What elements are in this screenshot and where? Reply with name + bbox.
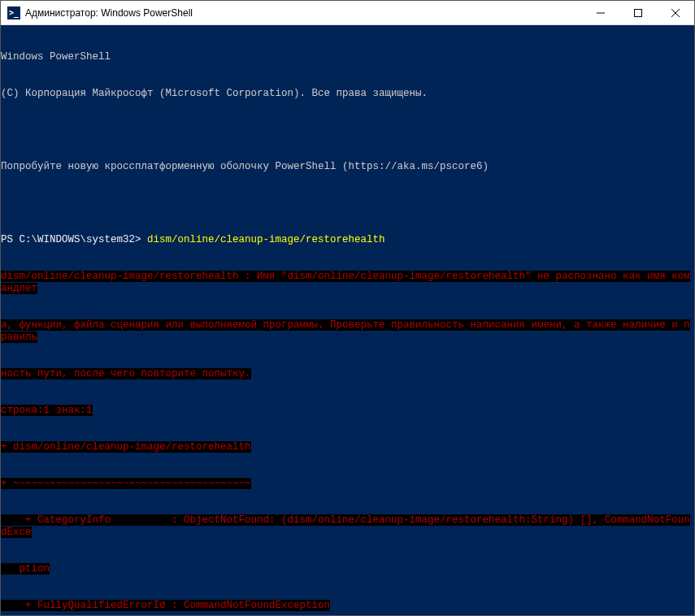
header-line-2: (C) Корпорация Майкрософт (Microsoft Cor… — [1, 88, 694, 100]
terminal-area[interactable]: Windows PowerShell (C) Корпорация Майкро… — [1, 25, 694, 615]
error-text: ность пути, после чего повторите попытку… — [1, 368, 251, 380]
try-new-shell-line: Попробуйте новую кроссплатформенную обол… — [1, 161, 694, 173]
error-text: + dism/online/cleanup-image/restorehealt… — [1, 441, 251, 453]
error-line: dism/online/cleanup-image/restorehealth … — [1, 271, 694, 295]
error-text: + FullyQualifiedErrorId : CommandNotFoun… — [1, 600, 330, 611]
error-text: строка:1 знак:1 — [1, 405, 93, 416]
blank-line — [1, 197, 694, 210]
header-line-1: Windows PowerShell — [1, 51, 694, 63]
minimize-button[interactable] — [582, 1, 619, 25]
powershell-window: >_ Администратор: Windows PowerShell Win… — [0, 0, 695, 616]
error-text: + ~~~~~~~~~~~~~~~~~~~~~~~~~~~~~~~~~~~~~~… — [1, 478, 251, 489]
svg-rect-1 — [635, 9, 642, 16]
prompt-prefix: PS C:\WINDOWS\system32> — [1, 234, 147, 245]
command-text: dism/online/cleanup-image/restorehealth — [147, 234, 385, 245]
prompt-line-1: PS C:\WINDOWS\system32> dism/online/clea… — [1, 234, 694, 246]
window-controls — [582, 1, 694, 25]
error-line: + ~~~~~~~~~~~~~~~~~~~~~~~~~~~~~~~~~~~~~~… — [1, 478, 694, 490]
close-button[interactable] — [657, 1, 694, 25]
window-title: Администратор: Windows PowerShell — [25, 7, 582, 19]
titlebar[interactable]: >_ Администратор: Windows PowerShell — [1, 1, 694, 25]
error-line: + FullyQualifiedErrorId : CommandNotFoun… — [1, 600, 694, 612]
error-line: + dism/online/cleanup-image/restorehealt… — [1, 441, 694, 453]
minimize-icon — [597, 9, 605, 17]
error-line: + CategoryInfo : ObjectNotFound: (dism/o… — [1, 514, 694, 539]
error-text: а, функции, файла сценария или выполняем… — [1, 319, 690, 343]
close-icon — [671, 9, 680, 17]
error-line: а, функции, файла сценария или выполняем… — [1, 319, 694, 344]
error-text: dism/online/cleanup-image/restorehealth … — [1, 271, 690, 294]
error-line: ность пути, после чего повторите попытку… — [1, 368, 694, 380]
error-text: + CategoryInfo : ObjectNotFound: (dism/o… — [1, 514, 690, 538]
error-line: строка:1 знак:1 — [1, 405, 694, 417]
maximize-button[interactable] — [619, 1, 657, 25]
blank-line — [1, 124, 694, 137]
error-text: ption — [1, 563, 50, 575]
powershell-icon: >_ — [7, 7, 20, 20]
maximize-icon — [634, 9, 642, 17]
error-line: ption — [1, 563, 694, 575]
